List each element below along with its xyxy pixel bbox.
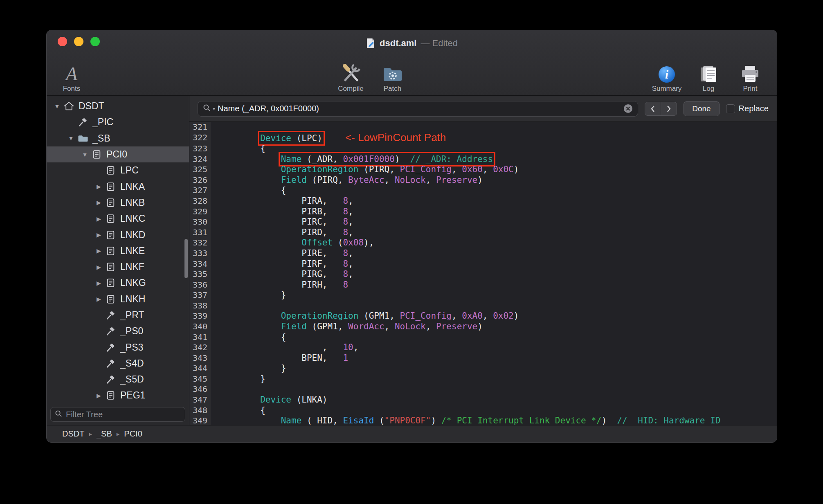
sidebar-item-label: LNKC [120,213,145,224]
sidebar-item-label: LNKB [120,197,145,208]
svg-text:i: i [665,68,668,81]
code-editor[interactable]: 321322 Device (LPC)<- LowPinCount Path32… [189,122,777,425]
log-button[interactable]: Log [693,60,724,92]
sidebar-scrollbar[interactable] [184,239,188,278]
minimize-button[interactable] [74,37,83,46]
search-menu-chevron-icon[interactable]: ▾ [213,106,215,112]
sidebar-item-label: PCI0 [106,149,127,160]
code-line: 338 [189,301,777,311]
breadcrumb-item[interactable]: _SB [97,429,112,439]
sidebar-item-peg1[interactable]: ▶PEG1 [47,387,189,403]
line-number: 344 [189,363,211,374]
sidebar-tree: ▼DSDT_PIC▼_SB▼PCI0LPC▶LNKA▶LNKB▶LNKC▶LNK… [47,96,189,405]
app-window: dsdt.aml — Edited A Fonts [46,30,777,443]
find-input[interactable] [218,104,621,113]
filter-tree-field[interactable] [50,407,185,422]
code-line: 336 PIRH, 8 [189,280,777,290]
sidebar-item-lnkd[interactable]: ▶LNKD [47,227,189,243]
patch-button[interactable]: Patch [377,60,409,92]
line-number: 322 [189,133,211,144]
sidebar-item-_prt[interactable]: _PRT [47,307,189,323]
line-number: 340 [189,322,211,332]
disclosure-closed-icon[interactable]: ▶ [93,280,104,286]
sidebar-item-_ps0[interactable]: _PS0 [47,323,189,339]
print-button[interactable]: Print [734,60,766,92]
sidebar-item-_pic[interactable]: _PIC [47,114,189,130]
sidebar-item-label: _S5D [120,374,144,385]
sidebar-item-_sb[interactable]: ▼_SB [47,130,189,146]
line-number: 328 [189,196,211,207]
code-line: 328 PIRA, 8, [189,196,777,207]
sidebar-item-lpc[interactable]: LPC [47,162,189,178]
code-line: 346 [189,384,777,395]
sidebar-item-_ps3[interactable]: _PS3 [47,339,189,355]
disclosure-closed-icon[interactable]: ▶ [93,248,104,254]
disclosure-closed-icon[interactable]: ▶ [93,264,104,270]
sidebar-item-lnkh[interactable]: ▶LNKH [47,291,189,307]
code-line: 333 PIRE, 8, [189,248,777,259]
sidebar-item-lnke[interactable]: ▶LNKE [47,243,189,259]
disclosure-open-icon[interactable]: ▼ [65,135,76,142]
replace-checkbox[interactable] [726,104,735,113]
sidebar-item-_s4d[interactable]: _S4D [47,356,189,371]
device-icon [104,278,117,288]
sidebar-item-lnkc[interactable]: ▶LNKC [47,211,189,227]
replace-toggle[interactable]: Replace [726,104,769,113]
find-next-button[interactable] [661,102,677,115]
close-button[interactable] [58,37,67,46]
sidebar-item-lnkg[interactable]: ▶LNKG [47,275,189,291]
edited-indicator: — Edited [420,38,458,49]
fonts-button[interactable]: A Fonts [56,60,88,92]
code-line: 335 PIRG, 8, [189,269,777,280]
code-line: 341 { [189,332,777,343]
code-line: 331 PIRD, 8, [189,227,777,238]
method-icon [104,310,117,321]
disclosure-closed-icon[interactable]: ▶ [93,183,104,190]
patch-label: Patch [384,85,401,92]
disclosure-closed-icon[interactable]: ▶ [93,199,104,206]
sidebar-item-lnkf[interactable]: ▶LNKF [47,259,189,275]
toolbar: A Fonts Compile [47,52,777,92]
line-number: 347 [189,395,211,405]
search-icon [55,410,63,419]
code-line: 340 Field (GPM1, WordAcc, NoLock, Preser… [189,322,777,332]
sidebar-item-dsdt[interactable]: ▼DSDT [47,98,189,114]
breadcrumb-item[interactable]: DSDT [62,429,84,439]
device-icon [104,197,117,208]
line-number: 341 [189,332,211,343]
sidebar-item-_s5d[interactable]: _S5D [47,371,189,387]
line-number: 334 [189,259,211,270]
disclosure-closed-icon[interactable]: ▶ [93,232,104,238]
code-line: 347 Device (LNKA) [189,395,777,405]
breadcrumb-item[interactable]: PCI0 [124,429,142,439]
code-line: 344 } [189,363,777,374]
compile-button[interactable]: Compile [335,60,367,92]
sidebar-item-pci0[interactable]: ▼PCI0 [47,146,189,162]
compile-label: Compile [338,85,363,92]
titlebar: dsdt.aml — Edited [47,30,777,52]
find-previous-button[interactable] [645,102,661,115]
done-button[interactable]: Done [684,101,719,116]
clear-search-icon[interactable] [623,104,633,113]
sidebar-item-label: LNKH [120,294,145,305]
main-pane: ▾ Done R [189,96,777,425]
fonts-icon: A [66,60,77,83]
disclosure-open-icon[interactable]: ▼ [52,103,63,110]
zoom-button[interactable] [90,37,100,46]
method-icon [104,326,117,337]
line-number: 323 [189,144,211,154]
disclosure-closed-icon[interactable]: ▶ [93,392,104,399]
find-field[interactable]: ▾ [198,101,638,117]
breadcrumb-separator-icon: ▸ [117,430,120,438]
line-number: 349 [189,416,211,425]
code-line: 327 { [189,185,777,196]
disclosure-closed-icon[interactable]: ▶ [93,296,104,302]
filter-tree-input[interactable] [66,410,181,419]
code-line: 334 PIRF, 8, [189,259,777,270]
sidebar-item-lnka[interactable]: ▶LNKA [47,178,189,194]
summary-button[interactable]: i Summary [651,60,683,92]
sidebar-item-lnkb[interactable]: ▶LNKB [47,195,189,211]
fonts-label: Fonts [63,85,81,92]
disclosure-open-icon[interactable]: ▼ [79,151,90,158]
disclosure-closed-icon[interactable]: ▶ [93,216,104,222]
